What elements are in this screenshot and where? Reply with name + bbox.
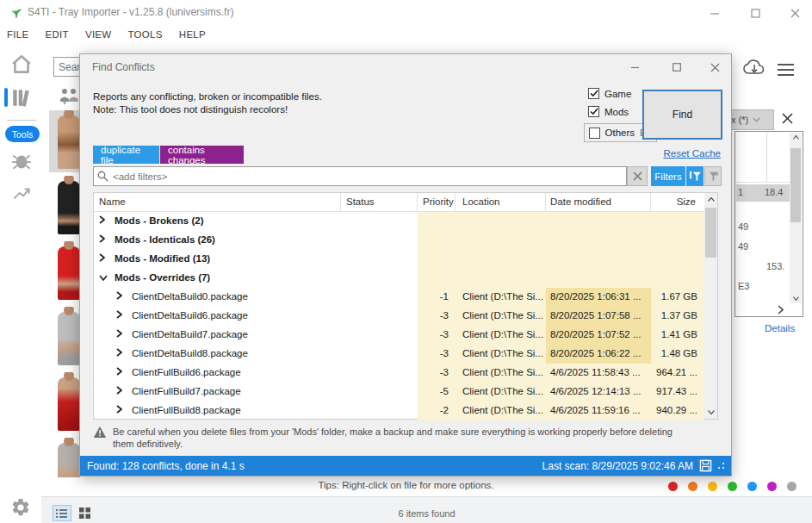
status-dot[interactable]	[787, 482, 797, 491]
row-name-label: Mods - Overrides (7)	[115, 272, 210, 283]
clear-filter-button[interactable]	[627, 166, 648, 186]
maximize-button[interactable]	[742, 3, 768, 22]
hamburger-menu-icon[interactable]	[778, 60, 794, 79]
chevron-right-icon[interactable]	[99, 234, 105, 243]
file-row[interactable]: ClientDeltaBuild8.package-3Client (D:\Th…	[94, 345, 706, 364]
chevron-right-icon[interactable]	[116, 405, 122, 414]
dialog-minimize-button[interactable]	[621, 57, 650, 78]
dialog-close-button[interactable]	[700, 57, 729, 78]
chevron-right-icon[interactable]	[99, 253, 105, 262]
filter-input[interactable]	[93, 166, 627, 186]
status-dot[interactable]	[668, 482, 678, 491]
status-dot[interactable]	[747, 482, 757, 491]
file-row[interactable]: ClientFullBuild6.package-3Client (D:\The…	[94, 364, 706, 383]
status-dot[interactable]	[767, 482, 777, 491]
library-icon[interactable]	[10, 86, 33, 109]
details-link[interactable]: Details	[765, 323, 795, 333]
status-dot[interactable]	[728, 482, 737, 491]
date-modified-cell: 4/6/2025 12:14:13 ...	[546, 383, 651, 402]
file-row[interactable]: ClientFullBuild7.package-5Client (D:\The…	[94, 383, 706, 402]
menu-item-edit[interactable]: EDIT	[46, 29, 69, 40]
scroll-up-icon[interactable]	[793, 135, 799, 140]
window-title: S4TI - Tray Importer - v1.25.8 (lunivers…	[28, 6, 233, 18]
table-scrollbar[interactable]	[704, 193, 717, 419]
chevron-down-icon	[753, 117, 760, 122]
checkbox-others-label: Others	[605, 128, 635, 138]
size-cell: 1.37 GB	[651, 307, 704, 326]
find-button[interactable]: Find	[642, 90, 722, 140]
column-header-size[interactable]: Size	[651, 193, 704, 211]
file-row[interactable]: ClientDeltaBuild6.package-3Client (D:\Th…	[94, 307, 706, 326]
filters-button[interactable]: Filters	[651, 166, 685, 186]
date-modified-cell: 8/20/2025 1:07:58 ...	[546, 307, 651, 326]
find-button-label: Find	[673, 109, 692, 121]
chevron-right-icon[interactable]	[116, 367, 122, 376]
tag-duplicate-file[interactable]: duplicate file	[93, 146, 159, 164]
checkbox-mods-box[interactable]	[588, 106, 599, 117]
scroll-down-icon[interactable]	[793, 296, 799, 301]
checkbox-others-box[interactable]	[589, 128, 600, 139]
tools-badge[interactable]: Tools	[5, 126, 40, 142]
scrollbar-thumb[interactable]	[705, 208, 716, 258]
sort-people-icon[interactable]	[59, 86, 79, 105]
file-row[interactable]: ClientDeltaBuild0.package-1Client (D:\Th…	[94, 288, 706, 307]
checkbox-game-box[interactable]	[588, 88, 599, 99]
status-last-scan-label: Last scan: 8/29/2025 9:02:46 AM	[542, 460, 693, 472]
close-panel-icon[interactable]	[781, 112, 794, 125]
checkbox-game[interactable]: Game	[588, 88, 631, 99]
chevron-right-icon[interactable]	[99, 215, 105, 224]
group-row[interactable]: Mods - Brokens (2)	[94, 212, 706, 231]
group-row[interactable]: Mods - Modified (13)	[94, 250, 706, 269]
chevron-right-icon[interactable]	[116, 386, 122, 395]
scroll-down-icon[interactable]	[708, 410, 715, 414]
status-dot[interactable]	[688, 482, 697, 491]
priority-cell: -3	[418, 364, 456, 383]
save-icon[interactable]	[699, 459, 712, 472]
group-row[interactable]: Mods - Overrides (7)	[94, 269, 706, 288]
chevron-right-icon[interactable]	[116, 310, 122, 319]
file-row[interactable]: ClientFullBuild8.package-2Client (D:\The…	[94, 402, 706, 420]
tag-contains-changes[interactable]: contains changes	[160, 146, 244, 164]
chevron-right-icon[interactable]	[116, 291, 122, 300]
column-header-priority[interactable]: Priority	[418, 193, 456, 211]
size-cell: 964.21 ...	[651, 364, 704, 383]
resize-grip[interactable]	[718, 463, 724, 469]
stats-chart-icon[interactable]	[10, 183, 33, 205]
filter-options-button[interactable]	[686, 166, 704, 186]
chevron-right-icon[interactable]	[116, 329, 122, 338]
app-logo-plant-icon	[9, 4, 24, 20]
menu-item-help[interactable]: HELP	[179, 29, 206, 40]
sidebar-divider	[7, 120, 36, 121]
menu-item-file[interactable]: FILE	[7, 29, 29, 40]
home-icon[interactable]	[10, 53, 33, 76]
close-button[interactable]	[782, 3, 808, 22]
chevron-right-icon[interactable]	[116, 348, 122, 357]
priority-cell: -2	[418, 402, 456, 420]
group-row[interactable]: Mods - Identicals (26)	[94, 231, 706, 250]
bug-icon[interactable]	[10, 150, 33, 172]
column-header-location[interactable]: Location	[456, 193, 546, 211]
chevron-right-icon[interactable]	[778, 305, 784, 314]
clear-filters-button[interactable]	[704, 166, 722, 186]
partial-scrollbar[interactable]	[790, 133, 802, 303]
status-dot[interactable]	[708, 482, 717, 491]
menu-item-view[interactable]: VIEW	[85, 29, 112, 40]
scroll-up-icon[interactable]	[708, 197, 715, 202]
column-header-date-modified[interactable]: Date modified	[546, 193, 651, 211]
reset-cache-link[interactable]: Reset Cache	[664, 148, 721, 159]
row-name-label: Mods - Brokens (2)	[115, 215, 204, 226]
checkbox-mods[interactable]: Mods	[588, 106, 629, 117]
minimize-button[interactable]	[702, 3, 728, 22]
column-header-status[interactable]: Status	[341, 193, 418, 211]
active-section-indicator	[4, 88, 8, 107]
file-row[interactable]: ClientDeltaBuild7.package-3Client (D:\Th…	[94, 326, 706, 345]
dialog-maximize-button[interactable]	[662, 57, 691, 78]
chevron-down-icon[interactable]	[99, 275, 108, 281]
menu-item-tools[interactable]: TOOLS	[128, 29, 163, 40]
row-name-label: ClientFullBuild6.package	[132, 367, 241, 377]
location-cell: Client (D:\The Si...	[456, 402, 546, 420]
settings-gear-icon[interactable]	[10, 497, 33, 520]
column-header-name[interactable]: Name	[94, 193, 341, 211]
cloud-download-icon[interactable]	[742, 57, 766, 79]
date-modified-cell	[546, 250, 651, 269]
